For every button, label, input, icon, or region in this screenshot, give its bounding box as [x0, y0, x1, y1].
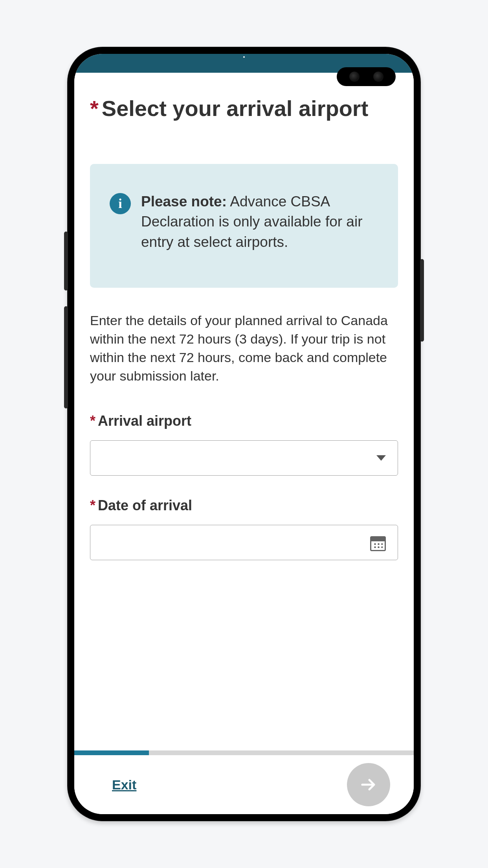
info-icon: i	[110, 193, 131, 214]
instructions-text: Enter the details of your planned arriva…	[90, 311, 398, 385]
exit-link[interactable]: Exit	[112, 777, 136, 793]
camera-cutout	[337, 67, 396, 86]
required-asterisk: *	[90, 96, 99, 121]
required-asterisk: *	[90, 497, 95, 513]
arrow-right-icon	[359, 775, 378, 794]
date-of-arrival-input[interactable]	[90, 525, 398, 560]
next-button[interactable]	[347, 763, 390, 806]
phone-side-button	[64, 232, 68, 291]
page-title: *Select your arrival airport	[90, 96, 398, 121]
info-lead: Please note:	[141, 193, 227, 210]
page-title-text: Select your arrival airport	[102, 96, 369, 121]
field-arrival-airport: *Arrival airport	[90, 413, 398, 476]
field-date-of-arrival: *Date of arrival	[90, 497, 398, 560]
date-of-arrival-label-text: Date of arrival	[98, 497, 192, 513]
arrival-airport-label-text: Arrival airport	[98, 413, 191, 429]
info-text: Please note: Advance CBSA Declaration is…	[141, 191, 378, 252]
progress-fill	[74, 750, 149, 755]
calendar-icon	[370, 534, 386, 551]
chevron-down-icon	[376, 455, 386, 461]
date-of-arrival-label: *Date of arrival	[90, 497, 398, 514]
info-callout: i Please note: Advance CBSA Declaration …	[90, 164, 398, 288]
progress-bar	[74, 750, 414, 755]
footer-nav: Exit	[74, 755, 414, 814]
arrival-airport-select[interactable]	[90, 440, 398, 476]
arrival-airport-label: *Arrival airport	[90, 413, 398, 429]
phone-screen: *Select your arrival airport i Please no…	[74, 54, 414, 814]
phone-side-button	[64, 306, 68, 408]
required-asterisk: *	[90, 413, 95, 429]
phone-side-button	[420, 259, 424, 342]
phone-frame: *Select your arrival airport i Please no…	[67, 47, 421, 821]
main-content: *Select your arrival airport i Please no…	[74, 73, 414, 750]
